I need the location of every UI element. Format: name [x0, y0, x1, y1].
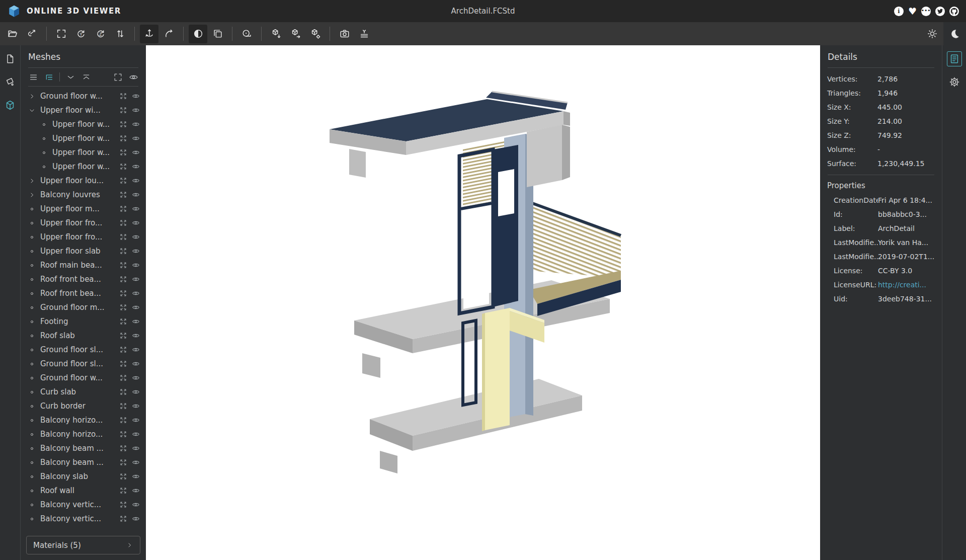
visibility-eye-icon[interactable]: [132, 472, 140, 481]
tree-row[interactable]: Roof front bea...: [21, 272, 146, 286]
fit-to-window-icon[interactable]: [119, 303, 127, 311]
visibility-eye-icon[interactable]: [132, 388, 140, 396]
fit-to-window-icon[interactable]: [119, 233, 127, 241]
tree-row[interactable]: Upper floor m...: [21, 202, 146, 216]
visibility-eye-icon[interactable]: [132, 444, 140, 452]
visibility-eye-icon[interactable]: [132, 402, 140, 410]
tree-row[interactable]: Upper floor w...: [21, 117, 146, 131]
collapse-all-icon[interactable]: [81, 72, 91, 82]
toolbar-button-fit-to-window[interactable]: [52, 25, 70, 43]
visibility-eye-icon[interactable]: [132, 134, 140, 142]
heart-icon[interactable]: ♥: [908, 7, 917, 16]
toolbar-button-open-url[interactable]: [23, 25, 41, 43]
fit-to-window-icon[interactable]: [119, 120, 127, 128]
fit-to-window-icon[interactable]: [119, 247, 127, 255]
file-panel-button[interactable]: [3, 51, 18, 66]
fit-to-window-icon[interactable]: [119, 402, 127, 410]
visibility-eye-icon[interactable]: [132, 148, 140, 156]
fit-to-window-icon[interactable]: [119, 106, 127, 114]
tree-row[interactable]: Ground floor sl...: [21, 343, 146, 357]
tree-row[interactable]: Balcony horizo...: [21, 427, 146, 441]
property-value-link[interactable]: http://creati...: [878, 281, 926, 289]
visibility-eye-icon[interactable]: [132, 515, 140, 523]
tree-row[interactable]: Balcony vertic...: [21, 498, 146, 512]
visibility-eye-icon[interactable]: [132, 487, 140, 495]
toolbar-button-open-file[interactable]: [3, 25, 22, 43]
visibility-eye-icon[interactable]: [132, 346, 140, 354]
toolbar-button-up-vector-z[interactable]: [91, 25, 110, 43]
tree-row[interactable]: Upper floor w...: [21, 145, 146, 159]
materials-panel-button[interactable]: [3, 74, 18, 90]
fit-to-window-icon[interactable]: [119, 289, 127, 297]
visibility-eye-icon[interactable]: [132, 106, 140, 114]
tree-row[interactable]: Footing: [21, 314, 146, 329]
fit-to-window-icon[interactable]: [119, 458, 127, 466]
fit-to-window-icon[interactable]: [119, 444, 127, 452]
toolbar-button-export-down[interactable]: [267, 25, 285, 43]
fit-to-window-icon[interactable]: [119, 374, 127, 382]
tree-row[interactable]: Balcony louvres: [21, 188, 146, 202]
visibility-eye-icon[interactable]: [132, 501, 140, 509]
tree-row[interactable]: Upper floor w...: [21, 159, 146, 174]
visibility-eye-icon[interactable]: [132, 374, 140, 382]
materials-section-button[interactable]: Materials (5): [26, 536, 140, 554]
toolbar-button-free-orbit[interactable]: [159, 25, 178, 43]
tree-row[interactable]: Balcony beam ...: [21, 441, 146, 455]
tree-row[interactable]: Ground floor m...: [21, 300, 146, 314]
tree-row[interactable]: Upper floor lou...: [21, 174, 146, 188]
visibility-eye-icon[interactable]: [132, 177, 140, 185]
visibility-eye-icon[interactable]: [132, 261, 140, 269]
toolbar-button-fix-up-vector[interactable]: [140, 25, 158, 43]
fit-to-window-icon[interactable]: [119, 416, 127, 424]
fit-to-window-icon[interactable]: [119, 360, 127, 368]
tree-row[interactable]: Balcony vertic...: [21, 512, 146, 526]
fit-to-window-icon[interactable]: [119, 275, 127, 283]
toolbar-button-snapshot[interactable]: [335, 25, 354, 43]
viewport-3d[interactable]: [146, 45, 820, 560]
twitter-icon[interactable]: [935, 7, 945, 16]
visibility-eye-icon[interactable]: [132, 191, 140, 199]
tree-row[interactable]: Ground floor sl...: [21, 357, 146, 371]
tree-row[interactable]: Upper floor slab: [21, 244, 146, 258]
visibility-eye-icon[interactable]: [132, 247, 140, 255]
details-panel-button[interactable]: [947, 51, 962, 66]
fit-to-window-icon[interactable]: [119, 163, 127, 171]
visibility-eye-icon[interactable]: [132, 430, 140, 438]
fit-to-window-icon[interactable]: [119, 205, 127, 213]
fit-to-window-icon[interactable]: [119, 332, 127, 340]
toolbar-button-export-parts[interactable]: [306, 25, 325, 43]
tree-row[interactable]: Balcony horizo...: [21, 413, 146, 427]
tree-view-icon[interactable]: [44, 72, 54, 82]
tree-row[interactable]: Roof wall: [21, 484, 146, 498]
toolbar-button-export-right[interactable]: [286, 25, 305, 43]
fit-to-window-icon[interactable]: [119, 430, 127, 438]
fit-to-window-icon[interactable]: [119, 388, 127, 396]
flat-list-icon[interactable]: [28, 72, 38, 82]
fit-to-window-icon[interactable]: [119, 92, 127, 100]
tree-row[interactable]: Balcony slab: [21, 469, 146, 484]
visibility-eye-icon[interactable]: [132, 360, 140, 368]
tree-row[interactable]: Curb slab: [21, 385, 146, 399]
visibility-eye-icon[interactable]: [132, 303, 140, 311]
fit-to-window-icon[interactable]: [119, 501, 127, 509]
tree-row[interactable]: Roof front bea...: [21, 286, 146, 300]
toolbar-button-measure[interactable]: [237, 25, 256, 43]
fit-all-icon[interactable]: [113, 72, 123, 82]
toolbar-button-edges[interactable]: [208, 25, 227, 43]
tree-row[interactable]: Roof slab: [21, 329, 146, 343]
visibility-eye-icon[interactable]: [132, 219, 140, 227]
fit-to-window-icon[interactable]: [119, 472, 127, 481]
chat-icon[interactable]: •••: [921, 7, 931, 16]
tree-row[interactable]: Ground floor w...: [21, 89, 146, 103]
visibility-eye-icon[interactable]: [132, 289, 140, 297]
tree-row[interactable]: Curb border: [21, 399, 146, 413]
meshes-panel-button[interactable]: [3, 98, 18, 113]
fit-to-window-icon[interactable]: [119, 191, 127, 199]
toolbar-button-up-vector-y[interactable]: [71, 25, 90, 43]
expand-all-icon[interactable]: [65, 72, 75, 82]
fit-to-window-icon[interactable]: [119, 346, 127, 354]
tree-row[interactable]: Ground floor w...: [21, 371, 146, 385]
visibility-eye-icon[interactable]: [132, 275, 140, 283]
visibility-eye-icon[interactable]: [132, 205, 140, 213]
fit-to-window-icon[interactable]: [119, 515, 127, 523]
